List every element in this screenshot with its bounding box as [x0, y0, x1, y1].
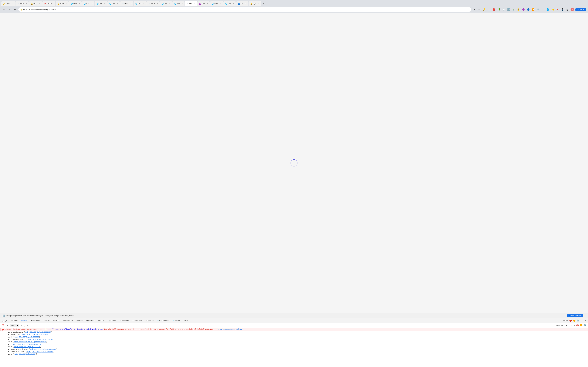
- tab-cloud1[interactable]: ☁️ cloud... ×: [16, 1, 29, 6]
- reload-button[interactable]: ↻: [13, 7, 17, 12]
- ext-icon-9[interactable]: 🟣: [521, 8, 525, 11]
- error-icon: 🔴: [2, 329, 4, 331]
- tab-sources[interactable]: Sources: [42, 318, 51, 323]
- tab-knockoutjs[interactable]: KnockoutJS: [118, 318, 131, 323]
- tab-ope[interactable]: 🌐 Ope... ×: [223, 1, 236, 6]
- tab-wel2[interactable]: 🌐 Wel... ×: [172, 1, 184, 6]
- stack-link-10[interactable]: main,26ec9640.js:2:554: [14, 353, 36, 355]
- tab-components[interactable]: ⚛ Components: [156, 318, 171, 323]
- tab-con[interactable]: 🌐 Con... ×: [82, 1, 94, 6]
- tab-network[interactable]: Network: [52, 318, 61, 323]
- tab-saml[interactable]: SAML: [182, 318, 190, 323]
- reload-devtools-button[interactable]: Reload DevTools: [567, 314, 583, 317]
- ext-icon-17[interactable]: 📱: [561, 8, 564, 11]
- tab-angularjs[interactable]: AngularJS: [144, 318, 156, 323]
- browser-chrome: 🔑 1Pass... × ☁️ cloud... × 🔔 (1) D... × …: [0, 0, 588, 13]
- stack-link-7[interactable]: main,26ec9640.js:2:2088021: [14, 346, 40, 348]
- tab-stra-active[interactable]: 📄 Stra... ×: [185, 1, 197, 6]
- console-error-line: 🔴 Error: Minified React error #321; visi…: [0, 328, 588, 331]
- console-issues-red[interactable]: 1: [576, 324, 579, 326]
- tab-1password[interactable]: 🔑 1Pass... ×: [1, 1, 15, 6]
- tab-adblock[interactable]: Adblock Plus: [131, 318, 144, 323]
- stack-link-5[interactable]: 2790,2203069c.chunk.js:1:1311151: [14, 341, 46, 343]
- stack-link-4[interactable]: main,26ec9640.js:2:132192: [28, 339, 53, 340]
- stack-link-3[interactable]: main,26ec9640.js:2:131068: [14, 336, 39, 338]
- tab-recorder[interactable]: ⏺ Recorder: [29, 318, 42, 323]
- ext-icon-14[interactable]: 🌐: [546, 8, 550, 11]
- new-tab-button[interactable]: +: [261, 2, 266, 5]
- console-issues-yellow[interactable]: 1: [580, 324, 582, 326]
- share-button[interactable]: ⬆: [473, 8, 476, 11]
- address-input[interactable]: 🔒 localhost:1337/admin/auth/login/succes…: [18, 7, 471, 12]
- tab-cert2[interactable]: 🌐 Cert... ×: [107, 1, 120, 6]
- tab-486[interactable]: 🌐 486... ×: [160, 1, 172, 6]
- error-file-link[interactable]: 2790,2203069c.chunk.js:1: [215, 328, 242, 330]
- stack-link-1[interactable]: main,26ec9640.js:2:2082637: [25, 331, 51, 333]
- stack-link-6[interactable]: 2790,2203069c.chunk.js:1:113873: [11, 343, 42, 345]
- ext-icon-8[interactable]: 💰: [517, 8, 520, 11]
- ext-1password[interactable]: 🔑: [482, 8, 486, 11]
- ext-icon-3[interactable]: 🔴: [492, 8, 496, 11]
- issues-yellow-badge[interactable]: 1: [573, 320, 575, 322]
- ext-icon-12[interactable]: 🛡️: [536, 8, 540, 11]
- ext-icon-15[interactable]: ⭐: [551, 8, 555, 11]
- tab-notif2[interactable]: 🔔 (1) F... ×: [249, 1, 261, 6]
- ext-reading-list[interactable]: 📖: [487, 8, 491, 11]
- devtools-inspect-button[interactable]: [1, 319, 4, 323]
- ext-icon-7[interactable]: 🍵: [512, 8, 515, 11]
- console-content: 🔴 Error: Minified React error #321; visi…: [0, 327, 588, 367]
- console-filter-input[interactable]: [24, 324, 48, 327]
- context-selector[interactable]: top: [10, 324, 19, 327]
- ext-icon-16[interactable]: 🔖: [556, 8, 560, 11]
- ext-icon-6[interactable]: 🔄: [507, 8, 510, 11]
- ext-icon-13[interactable]: ↕️: [541, 8, 545, 11]
- default-levels-button[interactable]: Default levels ▼: [555, 324, 567, 326]
- ext-icon-10[interactable]: 🔵: [527, 8, 530, 11]
- ext-icon-11[interactable]: ▶️: [531, 8, 535, 11]
- devtools-device-button[interactable]: [4, 319, 8, 323]
- ext-avatar[interactable]: R: [571, 8, 574, 11]
- tab-acct[interactable]: 👤 Acc... ×: [236, 1, 248, 6]
- tab-cert1[interactable]: 🌐 Cert... ×: [95, 1, 107, 6]
- console-toolbar: 🚫 👁 top ⊕ Default levels ▼ 2 Issues: 1 1…: [0, 323, 588, 327]
- tab-github[interactable]: 🐙 GitHub ×: [42, 1, 55, 6]
- update-button[interactable]: Update ⬇: [575, 8, 586, 11]
- console-prompt: >: [0, 355, 588, 358]
- tab-performance[interactable]: Performance: [61, 318, 75, 323]
- stack-link-8[interactable]: main,26ec9640.js:2:2087809: [30, 348, 56, 350]
- tab-cloud2[interactable]: ☁️ cloud... ×: [120, 1, 134, 6]
- stack-link-9[interactable]: main,26ec9640.js:2:2088450: [27, 351, 53, 353]
- tab-how[interactable]: 🌐 How... ×: [134, 1, 146, 6]
- tab-application[interactable]: Application: [84, 318, 96, 323]
- ext-icon-5[interactable]: ⏱️: [502, 8, 506, 11]
- tab-lighthouse[interactable]: Lighthouse: [106, 318, 118, 323]
- devtools-close-button[interactable]: ×: [584, 319, 587, 322]
- error-link[interactable]: https://reactjs.org/docs/error-decoder.h…: [45, 328, 103, 330]
- tab-security[interactable]: Security: [96, 318, 106, 323]
- tab-tls[interactable]: 🔒 TLS/... ×: [56, 1, 69, 6]
- tab-memory[interactable]: Memory: [75, 318, 84, 323]
- console-input[interactable]: [3, 356, 587, 358]
- tab-notif1[interactable]: 🔔 (1) D... ×: [29, 1, 42, 6]
- devtools-more-button[interactable]: ⋮: [580, 319, 583, 322]
- forward-button[interactable]: →: [7, 7, 12, 12]
- console-eye-button[interactable]: ⊕: [20, 324, 23, 327]
- tab-welc1[interactable]: 🌐 Welc... ×: [69, 1, 82, 6]
- tab-console[interactable]: Console: [19, 318, 29, 323]
- console-clear-button[interactable]: 🚫: [1, 324, 5, 327]
- console-settings-button[interactable]: ⚙️: [583, 324, 587, 327]
- back-button[interactable]: ←: [2, 7, 6, 12]
- tab-cloud3[interactable]: ☁️ cloud... ×: [146, 1, 160, 6]
- tab-react[interactable]: ⚛️ Rea... ×: [197, 1, 210, 6]
- tab-fix[interactable]: 🌐 Fix S... ×: [210, 1, 223, 6]
- bookmark-button[interactable]: ☆: [477, 8, 481, 11]
- devtools-settings-button[interactable]: ⚙️: [576, 319, 579, 322]
- issues-red-badge[interactable]: 1: [570, 320, 572, 322]
- tab-profiler[interactable]: ⚛ Profiler: [171, 318, 182, 323]
- stack-link-2[interactable]: main,26ec9640.js:2:1911006: [22, 334, 48, 335]
- notification-close-button[interactable]: ×: [584, 314, 586, 317]
- ext-icon-4[interactable]: 🌿: [497, 8, 501, 11]
- ext-sidebar[interactable]: ◧: [566, 8, 569, 11]
- console-filter-toggle[interactable]: 👁: [6, 324, 9, 327]
- tab-elements[interactable]: Elements: [9, 318, 19, 323]
